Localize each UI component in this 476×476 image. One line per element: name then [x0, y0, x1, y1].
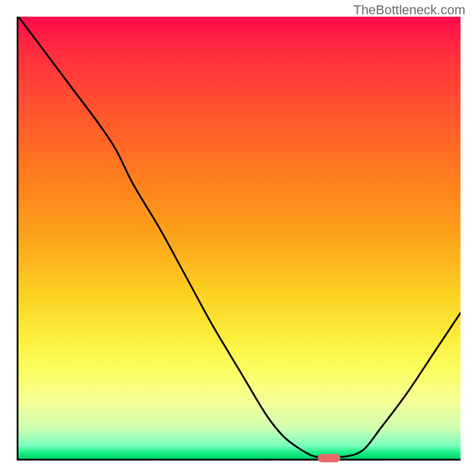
curve-svg	[18, 17, 461, 459]
chart-plot-area	[17, 17, 461, 461]
watermark-text: TheBottleneck.com	[353, 2, 465, 18]
optimal-marker	[318, 454, 340, 462]
bottleneck-curve	[18, 17, 461, 457]
